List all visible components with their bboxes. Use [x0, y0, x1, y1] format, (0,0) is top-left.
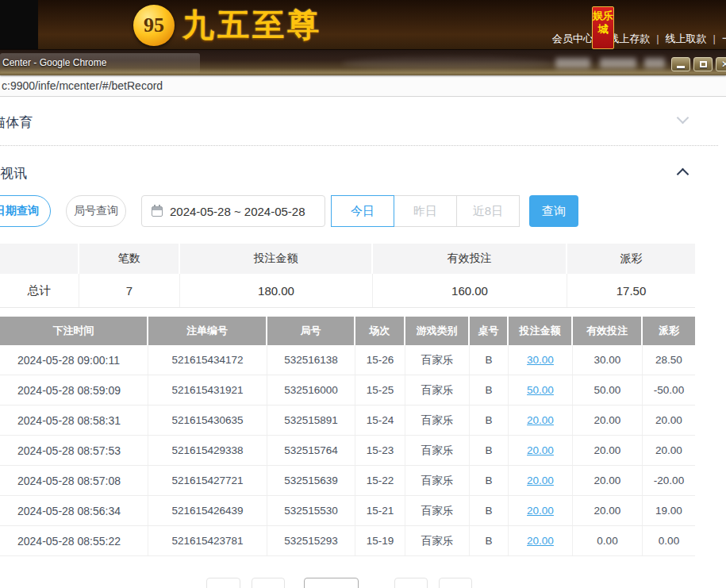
valid-bet-cell: 20.00: [573, 405, 643, 435]
table-no-cell: B: [470, 345, 509, 375]
bet-time-cell: 2024-05-28 09:00:11: [0, 345, 148, 375]
summary-bet-value: 180.00: [180, 274, 373, 307]
yesterday-button[interactable]: 昨日: [394, 195, 457, 227]
nav-member-center[interactable]: 会员中心: [552, 33, 593, 44]
url-bar[interactable]: c:9900/infe/mcenter/#/betRecord: [0, 75, 726, 97]
game-type-cell: 百家乐: [405, 526, 470, 555]
summary-header-count: 笔数: [79, 244, 180, 274]
round-id-cell: 532515639: [267, 466, 355, 495]
bet-table-row: 2024-05-28 08:55:22521615423781532515293…: [0, 526, 695, 556]
bet-time-cell: 2024-05-28 08:56:34: [0, 496, 148, 525]
logo-title: 九五至尊: [182, 3, 322, 47]
header-table-no: 桌号: [470, 317, 509, 345]
nav-partial-link[interactable]: 一: [722, 33, 726, 44]
bet-amount-link[interactable]: 20.00: [527, 414, 554, 426]
chrome-titlebar[interactable]: Center - Google Chrome ✕: [0, 49, 726, 75]
session-cell: 15-25: [355, 375, 405, 405]
header-order-id: 注单编号: [148, 317, 267, 345]
valid-bet-cell: 20.00: [573, 466, 643, 495]
bet-table-row: 2024-05-28 08:57:08521615427721532515639…: [0, 466, 695, 496]
session-cell: 15-26: [355, 345, 405, 375]
round-id-cell: 532515293: [267, 526, 355, 555]
logo-badge: 娱乐城: [592, 6, 614, 49]
order-id-cell: 521615427721: [148, 466, 267, 495]
bet-amount-link[interactable]: 20.00: [527, 535, 554, 547]
game-type-cell: 百家乐: [405, 466, 470, 495]
bet-amount-link[interactable]: 20.00: [527, 444, 554, 456]
date-range-value: 2024-05-28 ~ 2024-05-28: [170, 205, 305, 218]
filter-bar: 日期查询 局号查询 2024-05-28 ~ 2024-05-28 今日 昨日 …: [0, 195, 726, 227]
today-button[interactable]: 今日: [331, 195, 394, 227]
summary-header-bet: 投注金额: [180, 244, 373, 274]
date-query-tab[interactable]: 日期查询: [0, 195, 51, 227]
bet-table-row: 2024-05-28 08:57:53521615429338532515764…: [0, 436, 695, 466]
game-type-cell: 百家乐: [405, 496, 470, 525]
window-title: Center - Google Chrome: [2, 57, 106, 68]
order-id-cell: 521615431921: [148, 375, 267, 405]
header-bet-amount: 投注金额: [509, 317, 573, 345]
bet-time-cell: 2024-05-28 08:59:09: [0, 375, 148, 405]
search-button[interactable]: 查询: [529, 195, 578, 227]
bet-amount-cell: 20.00: [509, 436, 573, 465]
summary-valid-value: 160.00: [373, 274, 567, 307]
round-id-cell: 532516138: [267, 345, 355, 375]
pager-next-button[interactable]: [394, 578, 428, 588]
session-cell: 15-19: [355, 526, 405, 555]
minimize-button[interactable]: [671, 57, 690, 71]
bet-record-table: 下注时间 注单编号 局号 场次 游戏类别 桌号 投注金额 有效投注 派彩 202…: [0, 317, 695, 556]
pager-last-button[interactable]: [439, 578, 472, 588]
maximize-button[interactable]: [693, 57, 713, 71]
bet-table-body: 2024-05-28 09:00:11521615434172532516138…: [0, 345, 695, 556]
section-sports-accordion[interactable]: 猫体育: [0, 113, 726, 137]
logo-95-icon: 95: [133, 5, 175, 46]
bet-amount-cell: 20.00: [509, 466, 573, 495]
minimize-icon: [677, 66, 685, 68]
game-type-cell: 百家乐: [405, 405, 470, 435]
last8days-button[interactable]: 近8日: [456, 195, 520, 227]
bet-amount-cell: 20.00: [509, 526, 573, 555]
summary-table: 笔数 投注金额 有效投注 派彩 总计 7 180.00 160.00 17.50: [0, 244, 695, 308]
pager-prev-button[interactable]: [252, 578, 285, 588]
section-sports-label: 猫体育: [0, 113, 33, 132]
summary-header-valid: 有效投注: [373, 244, 567, 274]
nav-separator: |: [656, 33, 659, 44]
pager-first-button[interactable]: [206, 578, 240, 588]
bet-amount-link[interactable]: 20.00: [527, 475, 554, 486]
date-range-input[interactable]: 2024-05-28 ~ 2024-05-28: [141, 195, 325, 227]
nav-separator: |: [713, 33, 716, 44]
bet-table-row: 2024-05-28 08:59:09521615431921532516000…: [0, 375, 695, 405]
payout-cell: -20.00: [643, 466, 695, 495]
section-live-accordion[interactable]: 视讯: [0, 164, 726, 188]
pager-page-button[interactable]: [304, 578, 359, 588]
valid-bet-cell: 50.00: [573, 375, 643, 405]
page-content: 猫体育 视讯 日期查询 局号查询 2024-05-28 ~ 2024-05-28…: [0, 97, 726, 588]
round-id-cell: 532515891: [267, 405, 355, 435]
summary-header-payout: 派彩: [567, 244, 695, 274]
bet-time-cell: 2024-05-28 08:57:08: [0, 466, 148, 495]
close-button[interactable]: ✕: [716, 57, 726, 71]
payout-cell: 19.00: [643, 496, 695, 525]
bet-table-header-row: 下注时间 注单编号 局号 场次 游戏类别 桌号 投注金额 有效投注 派彩: [0, 317, 695, 345]
censored-text: [555, 58, 590, 68]
payout-cell: 28.50: [643, 345, 695, 375]
session-cell: 15-22: [355, 466, 405, 495]
header-game-type: 游戏类别: [405, 317, 470, 345]
summary-count-value: 7: [79, 274, 180, 307]
header-round-id: 局号: [267, 317, 355, 345]
bet-amount-link[interactable]: 50.00: [527, 384, 554, 396]
section-live-label: 视讯: [0, 164, 27, 183]
bet-amount-link[interactable]: 30.00: [527, 354, 554, 366]
nav-deposit[interactable]: 线上存款: [609, 33, 650, 44]
bet-amount-link[interactable]: 20.00: [527, 505, 554, 517]
round-id-cell: 532515764: [267, 436, 355, 465]
order-id-cell: 521615434172: [148, 345, 267, 375]
bet-time-cell: 2024-05-28 08:58:31: [0, 405, 148, 435]
payout-cell: 20.00: [643, 436, 695, 465]
maximize-icon: [700, 61, 707, 67]
nav-withdraw[interactable]: 线上取款: [666, 33, 707, 44]
order-id-cell: 521615430635: [148, 405, 267, 435]
header-payout: 派彩: [643, 317, 695, 345]
url-text: c:9900/infe/mcenter/#/betRecord: [2, 79, 163, 92]
round-query-tab[interactable]: 局号查询: [66, 195, 126, 227]
bet-table-row: 2024-05-28 08:56:34521615426439532515530…: [0, 496, 695, 526]
